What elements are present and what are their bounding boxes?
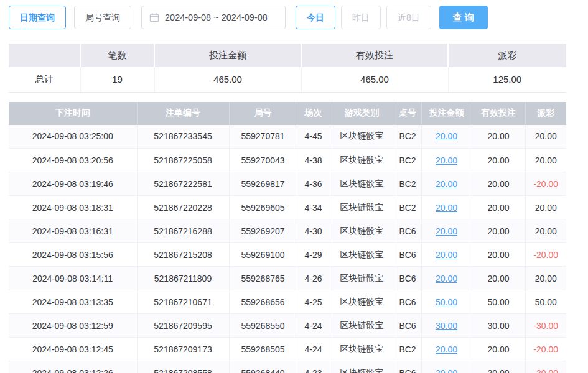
table-row: 2024-09-08 03:16:31521867216288559269207…: [9, 219, 566, 243]
table-row: 2024-09-08 03:18:31521867220228559269605…: [9, 196, 566, 219]
header-payout: 派彩: [525, 102, 566, 125]
yesterday-button[interactable]: 昨日: [341, 6, 381, 29]
cell-session: 4-26: [297, 267, 330, 290]
cell-session: 4-29: [297, 243, 330, 267]
cell-table-no: BC6: [394, 243, 421, 267]
cell-bet: 20.00: [421, 243, 472, 267]
bet-amount-link[interactable]: 30.00: [436, 321, 457, 331]
cell-valid: 20.00: [472, 243, 525, 267]
bet-amount-link[interactable]: 50.00: [436, 297, 457, 307]
cell-table-no: BC2: [394, 149, 421, 172]
date-query-tab-button[interactable]: 日期查询: [9, 6, 66, 29]
cell-table-no: BC2: [394, 125, 421, 149]
table-row: 2024-09-08 03:25:00521867233545559270781…: [9, 125, 566, 149]
cell-table-no: BC6: [394, 361, 421, 373]
cell-session: 4-23: [297, 361, 330, 373]
cell-time: 2024-09-08 03:20:56: [9, 149, 137, 172]
search-button[interactable]: 查询: [439, 6, 488, 29]
bet-amount-link[interactable]: 20.00: [436, 274, 457, 283]
header-table-number: 桌号: [394, 102, 421, 125]
cell-session: 4-25: [297, 290, 330, 314]
cell-time: 2024-09-08 03:12:26: [9, 361, 137, 373]
cell-time: 2024-09-08 03:25:00: [9, 125, 137, 149]
cell-payout: -20.00: [525, 361, 566, 373]
cell-bet: 20.00: [421, 125, 472, 149]
cell-payout: 20.00: [525, 196, 566, 219]
header-round-number: 局号: [229, 102, 297, 125]
bet-amount-link[interactable]: 20.00: [436, 250, 457, 260]
bet-amount-link[interactable]: 20.00: [436, 179, 457, 189]
cell-bet: 20.00: [421, 149, 472, 172]
cell-bet: 30.00: [421, 314, 472, 338]
summary-total-count: 19: [80, 67, 154, 92]
cell-round: 559269605: [229, 196, 297, 219]
cell-table-no: BC6: [394, 290, 421, 314]
date-range-input[interactable]: 2024-09-08 ~ 2024-09-08: [141, 6, 286, 29]
cell-round: 559270043: [229, 149, 297, 172]
cell-round: 559269100: [229, 243, 297, 267]
today-button[interactable]: 今日: [296, 6, 335, 29]
summary-header-count: 笔数: [80, 44, 154, 67]
bet-amount-link[interactable]: 20.00: [436, 131, 457, 141]
cell-table-no: BC2: [394, 172, 421, 196]
bet-amount-link[interactable]: 20.00: [436, 344, 457, 354]
summary-header-payout: 派彩: [448, 44, 566, 67]
header-bet-time: 下注时间: [9, 102, 137, 125]
cell-valid: 20.00: [472, 338, 525, 361]
summary-table: 笔数 投注金额 有效投注 派彩 总计 19 465.00 465.00 125.…: [9, 44, 566, 93]
header-bet-amount: 投注金额: [421, 102, 472, 125]
cell-session: 4-38: [297, 149, 330, 172]
cell-round: 559270781: [229, 125, 297, 149]
cell-valid: 30.00: [472, 314, 525, 338]
cell-table-no: BC2: [394, 338, 421, 361]
cell-game: 区块链骰宝: [330, 314, 394, 338]
cell-round: 559268505: [229, 338, 297, 361]
cell-payout: -20.00: [525, 172, 566, 196]
cell-bet: 20.00: [421, 267, 472, 290]
cell-round: 559268656: [229, 290, 297, 314]
cell-bet: 20.00: [421, 196, 472, 219]
cell-payout: -30.00: [525, 314, 566, 338]
cell-bet: 20.00: [421, 361, 472, 373]
cell-game: 区块链骰宝: [330, 219, 394, 243]
toolbar: 日期查询 局号查询 2024-09-08 ~ 2024-09-08 今日 昨日 …: [0, 0, 588, 35]
cell-bet: 50.00: [421, 290, 472, 314]
bet-amount-link[interactable]: 20.00: [436, 203, 457, 213]
cell-bet: 20.00: [421, 172, 472, 196]
cell-table-no: BC2: [394, 196, 421, 219]
cell-time: 2024-09-08 03:13:35: [9, 290, 137, 314]
cell-time: 2024-09-08 03:14:11: [9, 267, 137, 290]
cell-valid: 20.00: [472, 267, 525, 290]
cell-time: 2024-09-08 03:12:45: [9, 338, 137, 361]
cell-table-no: BC6: [394, 314, 421, 338]
cell-payout: -20.00: [525, 243, 566, 267]
calendar-icon: [149, 12, 159, 22]
cell-bet-id: 521867209173: [137, 338, 229, 361]
cell-valid: 20.00: [472, 125, 525, 149]
summary-header-valid-bet: 有效投注: [301, 44, 448, 67]
bet-amount-link[interactable]: 20.00: [436, 155, 457, 165]
cell-payout: 20.00: [525, 125, 566, 149]
table-row: 2024-09-08 03:14:11521867211809559268765…: [9, 267, 566, 290]
table-row: 2024-09-08 03:12:59521867209595559268550…: [9, 314, 566, 338]
cell-bet-id: 521867210671: [137, 290, 229, 314]
summary-total-row: 总计 19 465.00 465.00 125.00: [9, 67, 566, 92]
cell-valid: 20.00: [472, 219, 525, 243]
last-8-days-button[interactable]: 近8日: [386, 6, 431, 29]
cell-session: 4-24: [297, 338, 330, 361]
cell-game: 区块链骰宝: [330, 172, 394, 196]
bet-amount-link[interactable]: 20.00: [436, 368, 457, 373]
cell-bet-id: 521867222581: [137, 172, 229, 196]
summary-header-blank: [9, 44, 80, 67]
cell-valid: 20.00: [472, 172, 525, 196]
summary-total-payout: 125.00: [448, 67, 566, 92]
cell-table-no: BC6: [394, 267, 421, 290]
round-query-tab-button[interactable]: 局号查询: [74, 6, 131, 29]
cell-game: 区块链骰宝: [330, 149, 394, 172]
cell-game: 区块链骰宝: [330, 243, 394, 267]
summary-total-bet-amount: 465.00: [154, 67, 301, 92]
cell-game: 区块链骰宝: [330, 338, 394, 361]
cell-bet-id: 521867225058: [137, 149, 229, 172]
bet-amount-link[interactable]: 20.00: [436, 226, 457, 236]
cell-payout: 20.00: [525, 149, 566, 172]
